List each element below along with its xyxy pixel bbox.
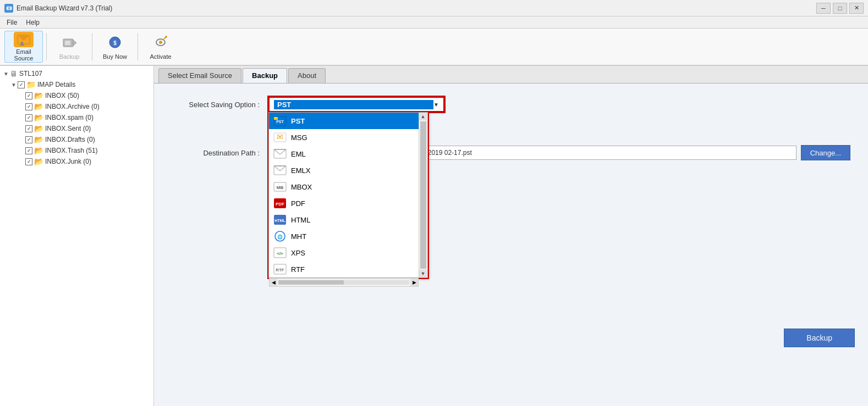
folder-inbox-icon: 📂 xyxy=(34,91,43,100)
backup-btn-container: Backup xyxy=(784,329,855,347)
mbox-label: MBOX xyxy=(291,183,312,191)
saving-option-label: Select Saving Option : xyxy=(172,101,260,109)
buynow-label: Buy Now xyxy=(103,53,127,60)
maximize-button[interactable]: □ xyxy=(833,3,847,14)
tree-node-archive[interactable]: 📂 INBOX.Archive (0) xyxy=(2,101,151,112)
dropdown-arrow-icon: ▼ xyxy=(433,102,439,108)
tab-about[interactable]: About xyxy=(288,68,326,83)
dropdown-item-mht[interactable]: 🌐 MHT xyxy=(269,228,427,244)
trash-checkbox[interactable] xyxy=(25,147,32,154)
msg-icon: ✉ xyxy=(273,132,287,143)
spam-label: INBOX.spam (0) xyxy=(45,114,94,121)
pst-icon: PST xyxy=(273,115,287,126)
svg-point-12 xyxy=(165,36,167,38)
saving-option-select[interactable]: PST ▼ xyxy=(268,97,444,112)
svg-text:MB: MB xyxy=(277,185,284,190)
title-bar-controls: ─ □ ✕ xyxy=(816,3,864,14)
dropdown-item-eml[interactable]: EML xyxy=(269,146,427,162)
backup-tab-content: Select Saving Option : PST ▼ xyxy=(154,84,868,358)
pst-label: PST xyxy=(291,117,305,125)
content-area: Select Email Source Backup About Select … xyxy=(154,66,868,406)
tree-node-imap[interactable]: ▼ 📁 IMAP Details xyxy=(2,79,151,90)
hscroll-right[interactable]: ▶ xyxy=(410,279,418,286)
saving-option-value: PST xyxy=(274,100,433,109)
folder-drafts-icon: 📂 xyxy=(34,135,43,144)
toolbar: Email Source Backup $ Buy Now xyxy=(0,29,868,66)
tab-backup[interactable]: Backup xyxy=(243,68,287,83)
hscroll-left[interactable]: ◀ xyxy=(270,279,277,286)
backup-button[interactable]: Backup xyxy=(784,329,855,347)
activate-icon xyxy=(151,34,171,52)
svg-marker-5 xyxy=(73,40,76,46)
saving-option-dropdown-menu: PST PST ✉ xyxy=(268,112,428,278)
tree-node-junk[interactable]: 📂 INBOX.Junk (0) xyxy=(2,156,151,167)
dropdown-item-msg[interactable]: ✉ MSG xyxy=(269,129,427,146)
svg-text:✉: ✉ xyxy=(277,132,283,141)
dropdown-item-mbox[interactable]: MB MBOX xyxy=(269,179,427,195)
imap-checkbox[interactable] xyxy=(18,81,25,88)
folder-sent-icon: 📂 xyxy=(34,124,43,133)
saving-option-dropdown-wrapper: PST ▼ PST xyxy=(268,97,444,112)
tree-node-inbox[interactable]: 📂 INBOX (50) xyxy=(2,90,151,101)
dropdown-scrollbar[interactable]: ▲ ▼ xyxy=(419,113,427,277)
tree-node-sent[interactable]: 📂 INBOX.Sent (0) xyxy=(2,123,151,134)
eml-icon xyxy=(273,148,287,159)
menu-help[interactable]: Help xyxy=(21,18,44,27)
activate-label: Activate xyxy=(150,53,171,60)
tree-node-trash[interactable]: 📂 INBOX.Trash (51) xyxy=(2,145,151,156)
mbox-icon: MB xyxy=(273,181,287,192)
emlx-icon xyxy=(273,165,287,176)
msg-label: MSG xyxy=(291,134,307,142)
scroll-up-arrow[interactable]: ▲ xyxy=(419,113,427,120)
xps-icon: </> xyxy=(273,247,287,258)
destination-path-input[interactable] xyxy=(392,146,796,160)
tabs: Select Email Source Backup About xyxy=(154,66,868,84)
toolbar-email-source-button[interactable]: Email Source xyxy=(4,31,43,63)
tree-toggle-root[interactable]: ▼ xyxy=(2,70,10,77)
dropdown-item-pst[interactable]: PST PST xyxy=(269,113,427,129)
svg-text:</>: </> xyxy=(277,251,283,256)
tree-node-spam[interactable]: 📂 INBOX.spam (0) xyxy=(2,112,151,123)
svg-rect-6 xyxy=(65,41,70,45)
root-label: STL107 xyxy=(19,70,42,77)
folder-junk-icon: 📂 xyxy=(34,157,43,166)
change-button[interactable]: Change... xyxy=(801,145,850,160)
svg-text:RTF: RTF xyxy=(276,268,284,272)
close-button[interactable]: ✕ xyxy=(849,3,864,14)
toolbar-buynow-button[interactable]: $ Buy Now xyxy=(96,31,134,63)
dropdown-item-xps[interactable]: </> XPS xyxy=(269,244,427,261)
dropdown-item-pdf[interactable]: PDF PDF xyxy=(269,195,427,212)
spam-checkbox[interactable] xyxy=(25,114,32,121)
main-layout: ▼ 🖥 STL107 ▼ 📁 IMAP Details 📂 INBOX (50)… xyxy=(0,66,868,406)
sent-label: INBOX.Sent (0) xyxy=(45,125,91,132)
folder-imap-icon: 📁 xyxy=(26,80,36,89)
pdf-icon: PDF xyxy=(273,198,287,209)
tab-select-email-source[interactable]: Select Email Source xyxy=(158,68,241,83)
hscrollbar[interactable]: ◀ ▶ xyxy=(269,278,419,287)
inbox-checkbox[interactable] xyxy=(25,92,32,99)
scroll-down-arrow[interactable]: ▼ xyxy=(419,270,427,277)
drafts-checkbox[interactable] xyxy=(25,136,32,143)
junk-checkbox[interactable] xyxy=(25,158,32,165)
svg-text:$: $ xyxy=(113,40,117,46)
toolbar-separator-2 xyxy=(92,33,92,60)
svg-point-10 xyxy=(159,41,162,44)
dropdown-item-emlx[interactable]: EMLX xyxy=(269,162,427,179)
tree-node-root[interactable]: ▼ 🖥 STL107 xyxy=(2,68,151,79)
mht-icon: 🌐 xyxy=(273,231,287,242)
svg-rect-3 xyxy=(20,45,24,46)
toolbar-activate-button[interactable]: Activate xyxy=(141,31,180,63)
dropdown-item-html[interactable]: HTML HTML xyxy=(269,212,427,228)
menu-bar: File Help xyxy=(0,16,868,29)
minimize-button[interactable]: ─ xyxy=(816,3,831,14)
inbox-label: INBOX (50) xyxy=(45,92,79,99)
menu-file[interactable]: File xyxy=(2,18,21,27)
sent-checkbox[interactable] xyxy=(25,125,32,132)
xps-label: XPS xyxy=(291,249,305,257)
backup-tb-icon xyxy=(59,34,79,52)
tree-node-drafts[interactable]: 📂 INBOX.Drafts (0) xyxy=(2,134,151,145)
archive-checkbox[interactable] xyxy=(25,103,32,110)
tree-toggle-imap[interactable]: ▼ xyxy=(10,81,18,88)
toolbar-backup-button[interactable]: Backup xyxy=(50,31,89,63)
dropdown-item-rtf[interactable]: RTF RTF xyxy=(269,261,427,277)
